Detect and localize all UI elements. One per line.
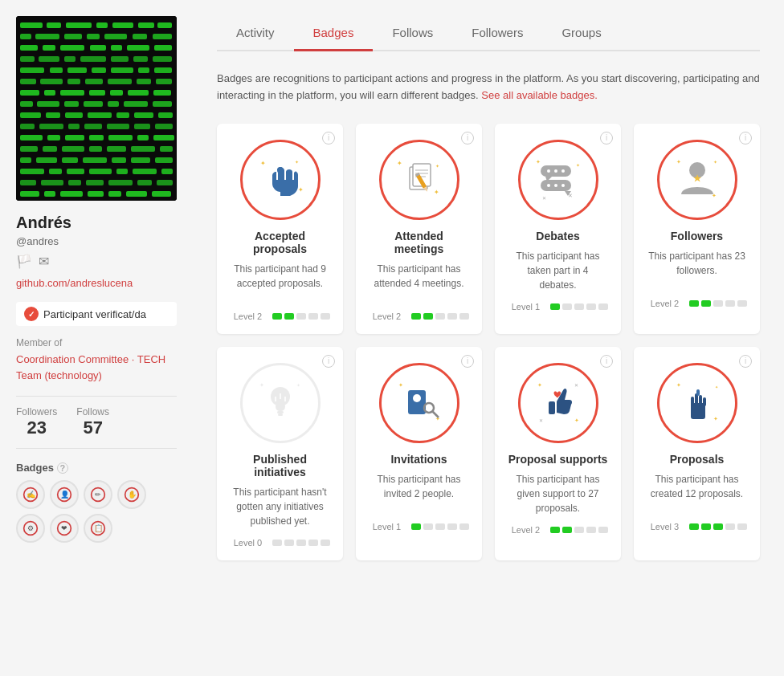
sidebar-badge-1: ✍ [16, 480, 45, 509]
svg-rect-19 [111, 45, 122, 51]
badge-card-proposals: i ✦ ✦ ✦ [634, 347, 760, 560]
svg-rect-68 [107, 124, 129, 129]
svg-rect-112 [152, 191, 171, 197]
member-link[interactable]: Coordination Committee · TECH Team (tech… [16, 353, 165, 381]
github-link[interactable]: github.com/andreslucena [16, 277, 177, 289]
seg4 [586, 303, 596, 310]
svg-rect-60 [88, 112, 112, 118]
level-label-followers: Level 2 [647, 299, 683, 308]
svg-text:✦: ✦ [676, 382, 681, 388]
svg-rect-26 [111, 56, 129, 62]
tab-activity[interactable]: Activity [217, 16, 294, 51]
seg1 [411, 313, 421, 320]
card-info-icon: i [322, 132, 335, 145]
level-label-accepted-proposals: Level 2 [230, 312, 266, 321]
seg4 [725, 300, 735, 307]
level-label-attended-meetings: Level 2 [369, 312, 405, 321]
card-title-debates: Debates [508, 230, 608, 242]
tab-groups[interactable]: Groups [542, 16, 620, 51]
svg-rect-164 [277, 411, 284, 413]
svg-text:✦: ✦ [715, 385, 718, 389]
svg-rect-24 [64, 56, 76, 62]
card-desc-debates: This participant has taken part in 4 deb… [508, 249, 608, 292]
seg4 [308, 540, 318, 546]
svg-text:❤: ❤ [61, 524, 67, 532]
badge-cards-grid: i ✦ ✦ ✦ [217, 124, 760, 560]
svg-rect-62 [134, 112, 153, 118]
svg-text:✦: ✦ [398, 382, 403, 388]
svg-rect-86 [36, 157, 57, 163]
svg-rect-53 [84, 101, 103, 107]
member-label: Member of [16, 337, 177, 348]
svg-text:📋: 📋 [94, 523, 104, 533]
svg-rect-11 [87, 34, 100, 39]
svg-rect-80 [62, 146, 84, 152]
svg-rect-188 [699, 395, 702, 406]
svg-text:✦: ✦ [576, 163, 580, 168]
svg-rect-98 [161, 169, 173, 174]
svg-rect-64 [20, 124, 35, 129]
svg-text:✏: ✏ [95, 491, 101, 499]
svg-rect-41 [137, 79, 151, 84]
svg-rect-181 [549, 401, 555, 414]
badge-card-invitations: i ✦ ✦ [356, 347, 482, 560]
svg-rect-4 [96, 22, 108, 28]
level-label-invitations: Level 1 [369, 522, 405, 531]
seg4 [447, 313, 457, 320]
badges-label: Badges ? [16, 462, 177, 474]
card-desc-accepted-proposals: This participant had 9 accepted proposal… [230, 262, 330, 302]
seg4 [725, 523, 735, 530]
badge-image-published-initiatives: ✦ ✦ [240, 363, 321, 443]
flag-icon: 🏳️ [16, 254, 32, 269]
svg-rect-43 [20, 90, 39, 96]
svg-rect-45 [60, 90, 84, 96]
seg1 [272, 313, 282, 320]
see-all-badges-link[interactable]: See all available badges. [481, 89, 598, 101]
svg-rect-27 [133, 56, 148, 62]
svg-text:⚙: ⚙ [27, 524, 34, 532]
svg-rect-105 [157, 180, 173, 185]
svg-rect-186 [691, 397, 694, 406]
svg-text:✦: ✦ [536, 159, 541, 165]
svg-rect-54 [108, 101, 119, 107]
badge-image-followers: ✦ ✦ ✦ [657, 140, 737, 220]
svg-rect-31 [67, 67, 87, 73]
svg-rect-18 [90, 45, 106, 51]
svg-point-152 [561, 169, 565, 173]
level-bar-published-initiatives: Level 0 [230, 538, 330, 548]
card-info-icon-3: i [600, 132, 613, 145]
tab-badges[interactable]: Badges [294, 16, 374, 51]
card-desc-followers: This participant has 23 followers. [647, 249, 747, 289]
card-info-icon-5: i [322, 355, 335, 368]
seg1 [550, 303, 560, 310]
svg-rect-3 [66, 22, 92, 28]
seg3 [713, 300, 723, 307]
level-bar-proposals: Level 3 [647, 522, 747, 531]
svg-rect-55 [124, 101, 148, 107]
seg3 [574, 527, 584, 533]
svg-rect-47 [110, 90, 123, 96]
card-title-accepted-proposals: Accepted proposals [230, 230, 330, 255]
svg-rect-109 [88, 191, 104, 197]
svg-text:✦: ✦ [537, 382, 542, 388]
seg4 [308, 313, 318, 320]
tab-follows[interactable]: Follows [373, 16, 452, 51]
user-handle: @andres [16, 235, 177, 247]
member-links: Coordination Committee · TECH Team (tech… [16, 352, 177, 383]
svg-rect-85 [20, 157, 31, 163]
tab-followers[interactable]: Followers [452, 16, 542, 51]
sidebar: Andrés @andres 🏳️ ✉ github.com/andresluc… [0, 0, 193, 676]
svg-rect-42 [156, 79, 172, 84]
badges-info-icon: ? [57, 462, 68, 474]
svg-rect-106 [20, 191, 39, 197]
svg-rect-14 [153, 34, 172, 39]
svg-rect-83 [131, 146, 155, 152]
avatar [16, 16, 177, 201]
svg-rect-189 [703, 397, 706, 406]
svg-rect-52 [64, 101, 79, 107]
svg-text:✋: ✋ [128, 490, 137, 499]
card-title-published-initiatives: Published initiatives [230, 453, 330, 478]
svg-rect-37 [40, 79, 63, 84]
svg-rect-111 [126, 191, 147, 197]
seg2 [423, 523, 433, 530]
